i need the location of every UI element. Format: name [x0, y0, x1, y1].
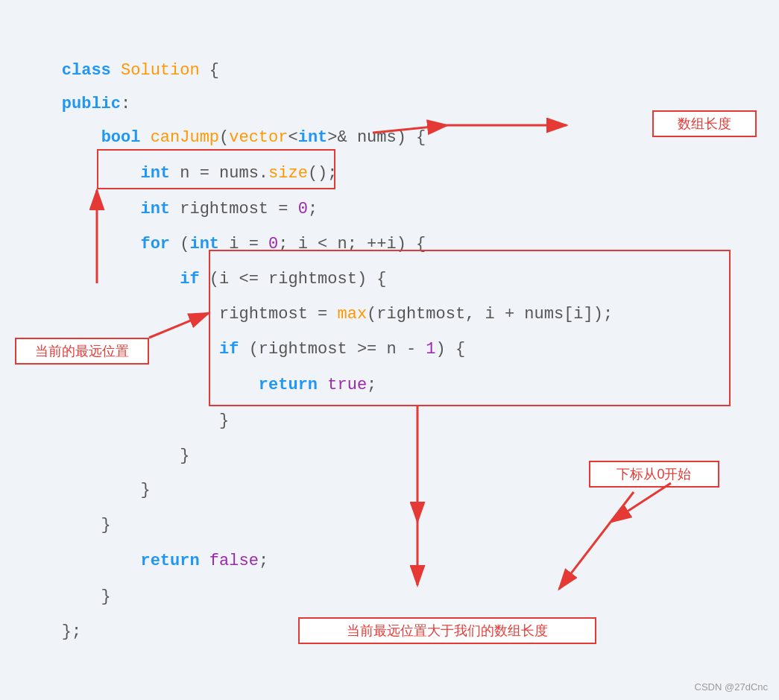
- watermark: CSDN @27dCnc: [695, 681, 768, 693]
- annotation-max-position: 当前最远位置大于我们的数组长度: [298, 617, 596, 644]
- annotation-rightmost: 当前的最远位置: [15, 338, 149, 365]
- annotation-array-length: 数组长度: [652, 110, 757, 137]
- annotation-index-start: 下标从0开始: [589, 461, 719, 488]
- code-line-17: };: [22, 576, 81, 688]
